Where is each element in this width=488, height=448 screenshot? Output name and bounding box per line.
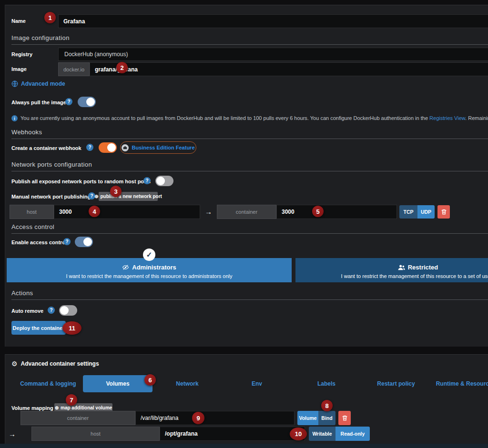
annotation-badge-8: 8 xyxy=(321,400,333,411)
create-webhook-label: Create a container webhook xyxy=(11,145,81,151)
annotation-badge-9: 9 xyxy=(192,412,204,424)
annotation-badge-11: 11 xyxy=(62,321,81,335)
volume-container-path-input[interactable] xyxy=(135,411,295,425)
eye-slash-icon xyxy=(122,264,129,270)
image-input[interactable] xyxy=(90,62,488,76)
volume-mapping-label: Volume mapping xyxy=(11,405,53,411)
tcp-button[interactable]: TCP xyxy=(399,205,417,219)
plus-icon: ⊕ xyxy=(55,405,59,410)
volume-host-path-input[interactable] xyxy=(160,427,305,441)
publish-all-help-icon[interactable]: ? xyxy=(143,177,151,184)
banner-text-mid: . Remaining pulls: xyxy=(465,115,488,121)
tab-labels[interactable]: Labels xyxy=(292,375,361,392)
image-registry-prefix: docker.io xyxy=(58,62,90,76)
access-control-section-title: Access control xyxy=(11,223,488,234)
toggle-knob xyxy=(86,98,95,106)
actions-section-title: Actions xyxy=(11,289,488,300)
toggle-knob xyxy=(107,143,116,152)
volume-writable-button[interactable]: Writable xyxy=(309,427,336,441)
annotation-badge-2: 2 xyxy=(116,62,128,73)
enable-access-control-label: Enable access control xyxy=(11,239,67,245)
advanced-settings-tabs: Command & logging Volumes Network Env La… xyxy=(13,375,488,392)
tab-restart-policy[interactable]: Restart policy xyxy=(361,375,431,392)
tab-runtime-resources[interactable]: Runtime & Resources xyxy=(431,375,488,392)
users-icon xyxy=(398,264,405,270)
deploy-container-button[interactable]: Deploy the container xyxy=(11,321,66,335)
auto-remove-label: Auto remove xyxy=(11,308,43,314)
publish-all-ports-toggle[interactable] xyxy=(155,176,173,186)
container-port-input[interactable] xyxy=(276,205,397,219)
volume-mapping-arrow-icon: → xyxy=(9,430,16,438)
administrators-card[interactable]: Administrators I want to restrict the ma… xyxy=(7,258,292,282)
advanced-mode-link[interactable]: Advanced mode xyxy=(11,80,65,87)
toggle-knob xyxy=(60,306,69,315)
volume-type-volume-button[interactable]: Volume xyxy=(297,411,318,425)
globe-icon xyxy=(11,80,18,87)
registry-label: Registry xyxy=(11,51,32,57)
info-icon: i xyxy=(11,115,18,121)
business-edition-label: Business Edition Feature xyxy=(132,145,194,150)
remove-port-button[interactable] xyxy=(437,205,450,219)
create-container-page: Name Image configuration Registry Docker… xyxy=(0,0,488,448)
annotation-badge-7: 7 xyxy=(66,394,77,406)
access-control-help-icon[interactable]: ? xyxy=(63,238,71,245)
plus-icon: ⊕ xyxy=(94,194,98,199)
annotation-badge-5: 5 xyxy=(312,206,324,217)
toggle-knob xyxy=(156,177,165,185)
tab-env[interactable]: Env xyxy=(222,375,292,392)
name-label: Name xyxy=(11,18,26,24)
trash-icon xyxy=(441,209,447,215)
administrators-selected-check: ✓ xyxy=(143,249,155,261)
tab-volumes[interactable]: Volumes xyxy=(83,375,152,392)
business-edition-badge: Business Edition Feature xyxy=(120,141,196,154)
auto-remove-toggle[interactable] xyxy=(59,305,77,316)
always-pull-help-icon[interactable]: ? xyxy=(65,98,72,105)
annotation-badge-6: 6 xyxy=(144,374,156,386)
enable-access-control-toggle[interactable] xyxy=(75,237,93,247)
container-port-addon: container xyxy=(217,205,276,219)
administrators-description: I want to restrict the management of thi… xyxy=(7,273,292,279)
manual-port-publishing-label: Manual network port publishing xyxy=(11,194,91,199)
restricted-card[interactable]: Restricted I want to restrict the manage… xyxy=(295,258,488,282)
toggle-knob xyxy=(83,238,92,246)
administrators-title: Administrators xyxy=(132,264,176,271)
publish-new-port-button[interactable]: ⊕ publish a new network port xyxy=(99,192,158,201)
always-pull-label: Always pull the image xyxy=(11,100,66,105)
port-mapping-arrow-icon: → xyxy=(205,208,212,216)
annotation-badge-4: 4 xyxy=(89,206,100,217)
annotation-badge-3: 3 xyxy=(110,186,122,197)
check-icon: ✓ xyxy=(146,250,152,259)
network-ports-section-title: Network ports configuration xyxy=(11,161,488,171)
annotation-badge-10: 10 xyxy=(290,428,307,440)
bottom-widget-edge xyxy=(0,444,488,448)
volume-readonly-button[interactable]: Read-only xyxy=(336,427,370,441)
udp-button[interactable]: UDP xyxy=(417,205,435,219)
volume-host-addon: host xyxy=(31,427,160,441)
advanced-settings-header: ⚙ Advanced container settings xyxy=(11,360,99,368)
create-webhook-toggle[interactable] xyxy=(99,142,117,153)
banner-text: You are currently using an anonymous acc… xyxy=(20,115,429,121)
create-webhook-help-icon[interactable]: ? xyxy=(86,144,93,151)
remove-volume-button[interactable] xyxy=(338,411,351,425)
restricted-title: Restricted xyxy=(408,264,438,271)
dockerhub-pull-banner: You are currently using an anonymous acc… xyxy=(20,115,488,121)
publish-new-port-label: publish a new network port xyxy=(100,194,162,199)
volume-container-addon: container xyxy=(20,411,135,425)
map-additional-volume-label: map additional volume xyxy=(61,405,112,410)
always-pull-toggle[interactable] xyxy=(78,97,96,107)
image-label: Image xyxy=(11,66,27,72)
registry-select[interactable]: DockerHub (anonymous) xyxy=(58,48,488,61)
auto-remove-help-icon[interactable]: ? xyxy=(48,307,55,314)
host-port-input[interactable] xyxy=(54,205,200,219)
host-port-addon: host xyxy=(10,205,54,219)
registry-selected-value: DockerHub (anonymous) xyxy=(64,51,128,58)
tab-command-logging[interactable]: Command & logging xyxy=(13,375,83,392)
image-configuration-section-title: Image configuration xyxy=(11,34,488,45)
registries-view-link[interactable]: Registries View xyxy=(429,115,465,121)
deploy-container-label: Deploy the container xyxy=(13,325,65,331)
volume-type-bind-button[interactable]: Bind xyxy=(318,411,336,425)
name-input[interactable] xyxy=(58,14,488,28)
briefcase-icon xyxy=(122,144,129,151)
tab-network[interactable]: Network xyxy=(152,375,222,392)
restricted-description: I want to restrict the management of thi… xyxy=(295,273,488,279)
